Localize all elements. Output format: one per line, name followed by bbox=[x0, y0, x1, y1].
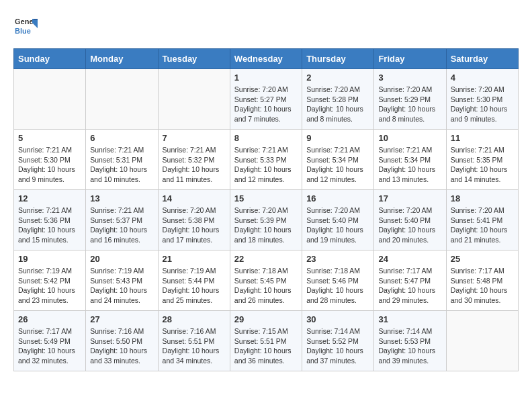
calendar-cell: 9Sunrise: 7:21 AM Sunset: 5:34 PM Daylig… bbox=[302, 130, 374, 190]
day-info: Sunrise: 7:21 AM Sunset: 5:36 PM Dayligh… bbox=[18, 205, 81, 245]
calendar-cell: 5Sunrise: 7:21 AM Sunset: 5:30 PM Daylig… bbox=[14, 130, 86, 190]
day-number: 18 bbox=[451, 193, 514, 203]
day-info: Sunrise: 7:20 AM Sunset: 5:30 PM Dayligh… bbox=[451, 85, 514, 124]
calendar-cell: 22Sunrise: 7:18 AM Sunset: 5:45 PM Dayli… bbox=[230, 250, 302, 311]
calendar-week-4: 19Sunrise: 7:19 AM Sunset: 5:42 PM Dayli… bbox=[14, 250, 519, 311]
day-info: Sunrise: 7:16 AM Sunset: 5:50 PM Dayligh… bbox=[90, 326, 153, 366]
svg-marker-3 bbox=[34, 19, 38, 20]
day-number: 30 bbox=[306, 314, 369, 324]
day-number: 6 bbox=[90, 133, 153, 143]
calendar-cell: 30Sunrise: 7:14 AM Sunset: 5:52 PM Dayli… bbox=[302, 311, 374, 371]
day-info: Sunrise: 7:18 AM Sunset: 5:45 PM Dayligh… bbox=[234, 266, 298, 306]
day-number: 12 bbox=[18, 193, 81, 203]
day-info: Sunrise: 7:21 AM Sunset: 5:37 PM Dayligh… bbox=[90, 205, 153, 245]
calendar-cell: 16Sunrise: 7:20 AM Sunset: 5:40 PM Dayli… bbox=[302, 190, 374, 250]
day-info: Sunrise: 7:16 AM Sunset: 5:51 PM Dayligh… bbox=[163, 326, 226, 366]
day-info: Sunrise: 7:21 AM Sunset: 5:31 PM Dayligh… bbox=[90, 145, 153, 185]
day-info: Sunrise: 7:19 AM Sunset: 5:42 PM Dayligh… bbox=[18, 266, 81, 306]
calendar-cell: 24Sunrise: 7:17 AM Sunset: 5:47 PM Dayli… bbox=[374, 250, 446, 311]
calendar-cell: 17Sunrise: 7:20 AM Sunset: 5:40 PM Dayli… bbox=[374, 190, 446, 250]
day-info: Sunrise: 7:14 AM Sunset: 5:52 PM Dayligh… bbox=[306, 326, 369, 366]
day-number: 15 bbox=[234, 193, 298, 203]
day-info: Sunrise: 7:21 AM Sunset: 5:30 PM Dayligh… bbox=[18, 145, 81, 185]
day-header-saturday: Saturday bbox=[446, 49, 518, 69]
day-number: 4 bbox=[451, 73, 514, 83]
day-number: 14 bbox=[163, 193, 226, 203]
day-number: 11 bbox=[451, 133, 514, 143]
day-header-friday: Friday bbox=[374, 49, 446, 69]
day-info: Sunrise: 7:20 AM Sunset: 5:40 PM Dayligh… bbox=[378, 205, 441, 245]
calendar-cell: 25Sunrise: 7:17 AM Sunset: 5:48 PM Dayli… bbox=[446, 250, 518, 311]
calendar-cell: 20Sunrise: 7:19 AM Sunset: 5:43 PM Dayli… bbox=[86, 250, 158, 311]
day-info: Sunrise: 7:21 AM Sunset: 5:34 PM Dayligh… bbox=[306, 145, 369, 185]
calendar-cell: 29Sunrise: 7:15 AM Sunset: 5:51 PM Dayli… bbox=[230, 311, 302, 371]
day-info: Sunrise: 7:20 AM Sunset: 5:27 PM Dayligh… bbox=[234, 85, 298, 124]
day-info: Sunrise: 7:21 AM Sunset: 5:33 PM Dayligh… bbox=[234, 145, 298, 185]
calendar-cell bbox=[86, 69, 158, 130]
page-header: General Blue bbox=[13, 13, 519, 38]
day-info: Sunrise: 7:14 AM Sunset: 5:53 PM Dayligh… bbox=[378, 326, 441, 366]
calendar-cell: 21Sunrise: 7:19 AM Sunset: 5:44 PM Dayli… bbox=[158, 250, 230, 311]
calendar-cell bbox=[14, 69, 86, 130]
day-info: Sunrise: 7:19 AM Sunset: 5:44 PM Dayligh… bbox=[163, 266, 226, 306]
day-info: Sunrise: 7:20 AM Sunset: 5:29 PM Dayligh… bbox=[378, 85, 441, 124]
day-number: 24 bbox=[378, 254, 441, 264]
calendar-cell: 10Sunrise: 7:21 AM Sunset: 5:34 PM Dayli… bbox=[374, 130, 446, 190]
day-info: Sunrise: 7:18 AM Sunset: 5:46 PM Dayligh… bbox=[306, 266, 369, 306]
day-number: 26 bbox=[18, 314, 81, 324]
calendar-week-5: 26Sunrise: 7:17 AM Sunset: 5:49 PM Dayli… bbox=[14, 311, 519, 371]
day-info: Sunrise: 7:15 AM Sunset: 5:51 PM Dayligh… bbox=[234, 326, 298, 366]
day-number: 5 bbox=[18, 133, 81, 143]
day-number: 3 bbox=[378, 73, 441, 83]
day-info: Sunrise: 7:17 AM Sunset: 5:48 PM Dayligh… bbox=[451, 266, 514, 306]
day-header-sunday: Sunday bbox=[14, 49, 86, 69]
day-number: 10 bbox=[378, 133, 441, 143]
calendar-cell: 13Sunrise: 7:21 AM Sunset: 5:37 PM Dayli… bbox=[86, 190, 158, 250]
day-number: 31 bbox=[378, 314, 441, 324]
day-header-wednesday: Wednesday bbox=[230, 49, 302, 69]
calendar-cell: 11Sunrise: 7:21 AM Sunset: 5:35 PM Dayli… bbox=[446, 130, 518, 190]
day-info: Sunrise: 7:21 AM Sunset: 5:32 PM Dayligh… bbox=[163, 145, 226, 185]
calendar-cell: 6Sunrise: 7:21 AM Sunset: 5:31 PM Daylig… bbox=[86, 130, 158, 190]
calendar-cell: 28Sunrise: 7:16 AM Sunset: 5:51 PM Dayli… bbox=[158, 311, 230, 371]
calendar-week-1: 1Sunrise: 7:20 AM Sunset: 5:27 PM Daylig… bbox=[14, 69, 519, 130]
calendar-cell: 23Sunrise: 7:18 AM Sunset: 5:46 PM Dayli… bbox=[302, 250, 374, 311]
day-number: 27 bbox=[90, 314, 153, 324]
day-number: 28 bbox=[163, 314, 226, 324]
logo: General Blue bbox=[13, 13, 40, 38]
day-number: 13 bbox=[90, 193, 153, 203]
calendar-week-3: 12Sunrise: 7:21 AM Sunset: 5:36 PM Dayli… bbox=[14, 190, 519, 250]
day-number: 2 bbox=[306, 73, 369, 83]
day-info: Sunrise: 7:19 AM Sunset: 5:43 PM Dayligh… bbox=[90, 266, 153, 306]
calendar-cell: 2Sunrise: 7:20 AM Sunset: 5:28 PM Daylig… bbox=[302, 69, 374, 130]
day-number: 19 bbox=[18, 254, 81, 264]
calendar-cell bbox=[446, 311, 518, 371]
calendar-cell: 27Sunrise: 7:16 AM Sunset: 5:50 PM Dayli… bbox=[86, 311, 158, 371]
calendar-cell: 15Sunrise: 7:20 AM Sunset: 5:39 PM Dayli… bbox=[230, 190, 302, 250]
logo-icon: General Blue bbox=[13, 13, 38, 38]
calendar-cell: 3Sunrise: 7:20 AM Sunset: 5:29 PM Daylig… bbox=[374, 69, 446, 130]
calendar-cell: 1Sunrise: 7:20 AM Sunset: 5:27 PM Daylig… bbox=[230, 69, 302, 130]
calendar-cell: 8Sunrise: 7:21 AM Sunset: 5:33 PM Daylig… bbox=[230, 130, 302, 190]
day-number: 9 bbox=[306, 133, 369, 143]
svg-marker-2 bbox=[32, 19, 38, 28]
calendar-cell: 19Sunrise: 7:19 AM Sunset: 5:42 PM Dayli… bbox=[14, 250, 86, 311]
calendar-header-row: SundayMondayTuesdayWednesdayThursdayFrid… bbox=[14, 49, 519, 69]
day-info: Sunrise: 7:17 AM Sunset: 5:47 PM Dayligh… bbox=[378, 266, 441, 306]
calendar-cell: 18Sunrise: 7:20 AM Sunset: 5:41 PM Dayli… bbox=[446, 190, 518, 250]
calendar-cell: 14Sunrise: 7:20 AM Sunset: 5:38 PM Dayli… bbox=[158, 190, 230, 250]
day-number: 22 bbox=[234, 254, 298, 264]
day-info: Sunrise: 7:21 AM Sunset: 5:34 PM Dayligh… bbox=[378, 145, 441, 185]
day-number: 8 bbox=[234, 133, 298, 143]
day-info: Sunrise: 7:17 AM Sunset: 5:49 PM Dayligh… bbox=[18, 326, 81, 366]
day-number: 1 bbox=[234, 73, 298, 83]
calendar-table: SundayMondayTuesdayWednesdayThursdayFrid… bbox=[13, 48, 519, 371]
day-number: 17 bbox=[378, 193, 441, 203]
day-info: Sunrise: 7:20 AM Sunset: 5:38 PM Dayligh… bbox=[163, 205, 226, 245]
day-number: 25 bbox=[451, 254, 514, 264]
day-info: Sunrise: 7:20 AM Sunset: 5:28 PM Dayligh… bbox=[306, 85, 369, 124]
calendar-cell: 12Sunrise: 7:21 AM Sunset: 5:36 PM Dayli… bbox=[14, 190, 86, 250]
calendar-cell: 4Sunrise: 7:20 AM Sunset: 5:30 PM Daylig… bbox=[446, 69, 518, 130]
calendar-cell: 31Sunrise: 7:14 AM Sunset: 5:53 PM Dayli… bbox=[374, 311, 446, 371]
day-number: 21 bbox=[163, 254, 226, 264]
